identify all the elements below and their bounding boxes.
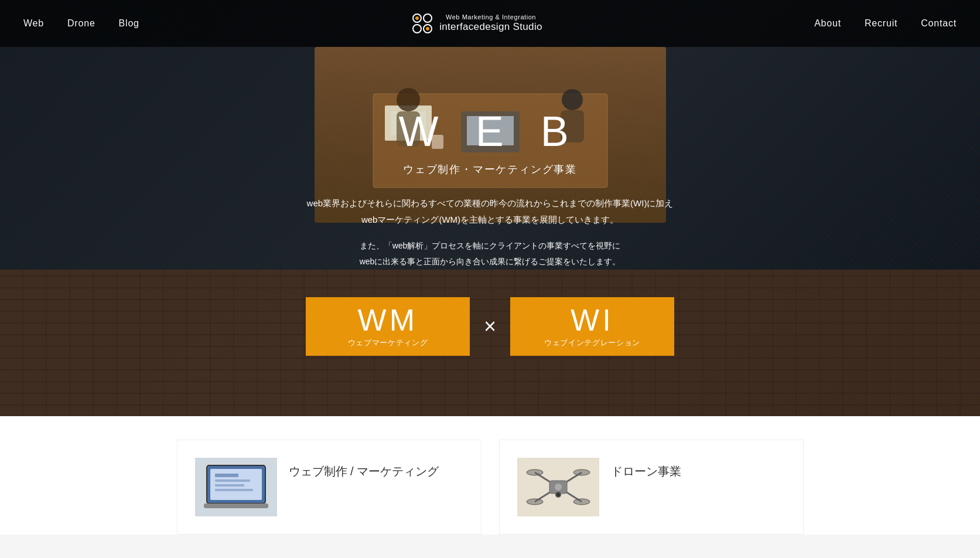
svg-point-29: [527, 499, 543, 505]
nav-blog[interactable]: Blog: [119, 18, 139, 29]
svg-rect-18: [204, 503, 268, 508]
drone-card-text: ドローン事業: [611, 458, 681, 479]
nav-about[interactable]: About: [814, 18, 841, 29]
wm-button[interactable]: WM ウェブマーケティング: [306, 297, 470, 356]
web-card-image: [195, 458, 277, 516]
drone-card-title: ドローン事業: [611, 464, 681, 479]
site-logo[interactable]: Web Marketing & Integration interfacedes…: [411, 12, 542, 35]
nav-recruit[interactable]: Recruit: [865, 18, 897, 29]
web-card: ウェブ制作 / マーケティング: [177, 440, 482, 535]
wi-sublabel: ウェブインテグレーション: [544, 338, 640, 348]
wm-label: WM: [358, 305, 418, 335]
nav-left: Web Drone Blog: [23, 18, 139, 29]
bottom-section: ウェブ制作 / マーケティング: [0, 416, 980, 535]
svg-rect-19: [215, 474, 238, 477]
cross-symbol: ×: [484, 314, 496, 339]
web-card-title: ウェブ制作 / マーケティング: [289, 464, 439, 479]
nav-contact[interactable]: Contact: [921, 18, 957, 29]
svg-point-2: [413, 25, 421, 33]
wi-button[interactable]: WI ウェブインテグレーション: [510, 297, 674, 356]
hero-buttons: WM ウェブマーケティング × WI ウェブインテグレーション: [306, 297, 674, 356]
logo-text: Web Marketing & Integration interfacedes…: [439, 13, 542, 33]
drone-card: ドローン事業: [499, 440, 804, 535]
hero-content: W E B ウェブ制作・マーケティング事業 web業界およびそれらに関わるすべて…: [0, 107, 980, 297]
svg-point-27: [527, 469, 543, 475]
nav-right: About Recruit Contact: [814, 18, 957, 29]
hero-subtitle: ウェブ制作・マーケティング事業: [403, 162, 577, 176]
logo-brand: interfacedesign Studio: [439, 21, 542, 33]
hero-title: W E B: [398, 107, 581, 155]
svg-point-30: [573, 499, 590, 505]
hero-desc1: web業界およびそれらに関わるすべての業種の昨今の流れからこれまでの制作事業(W…: [307, 195, 674, 229]
wi-label: WI: [571, 305, 614, 335]
svg-point-5: [426, 27, 429, 30]
web-card-text: ウェブ制作 / マーケティング: [289, 458, 439, 479]
svg-rect-21: [215, 484, 244, 486]
svg-point-4: [415, 16, 419, 20]
nav-drone[interactable]: Drone: [67, 18, 95, 29]
svg-rect-22: [215, 489, 253, 491]
svg-point-28: [573, 469, 590, 475]
drone-card-image: [517, 458, 599, 516]
hero-section: W E B ウェブ制作・マーケティング事業 web業界およびそれらに関わるすべて…: [0, 0, 980, 416]
logo-tagline: Web Marketing & Integration: [439, 13, 542, 21]
hero-desc2: また、「web解析」プロセスを軸にクライアントの事業すべてを視野に webに出来…: [360, 238, 621, 269]
logo-icon: [411, 12, 433, 35]
svg-rect-20: [215, 479, 250, 482]
wm-sublabel: ウェブマーケティング: [348, 338, 428, 348]
site-header: Web Drone Blog Web Marketing & Integrati…: [0, 0, 980, 47]
svg-point-1: [424, 14, 432, 22]
nav-web[interactable]: Web: [23, 18, 44, 29]
svg-point-32: [555, 484, 562, 491]
svg-point-34: [556, 493, 560, 496]
